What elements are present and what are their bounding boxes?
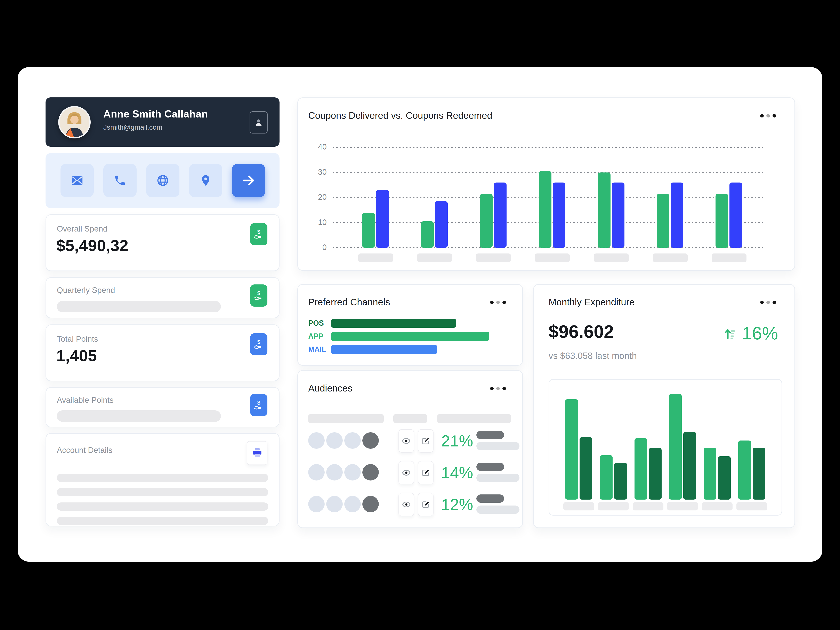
x-axis-placeholder <box>417 253 452 262</box>
coupons-bar-group <box>539 171 565 248</box>
contact-actions <box>46 153 279 208</box>
total-points-card: Total Points 1,405 $ <box>46 324 279 381</box>
audience-avatar-circle <box>344 496 361 512</box>
audience-percentage: 14% <box>441 463 473 482</box>
audience-avatar-circle <box>362 496 379 512</box>
y-axis-tick: 30 <box>302 168 327 177</box>
mail-icon <box>70 174 84 187</box>
monthly-x-placeholder <box>702 502 733 510</box>
printer-icon <box>251 447 263 459</box>
coupons-chart-title: Coupons Delivered vs. Coupons Redeemed <box>308 110 493 121</box>
print-button[interactable] <box>247 441 267 465</box>
coupons-bar-group <box>715 183 742 248</box>
monthly-compare-text: vs $63.058 last month <box>549 351 637 361</box>
overall-spend-label: Overall Spend <box>57 224 107 234</box>
bar-delivered <box>539 171 551 248</box>
go-button[interactable] <box>232 164 265 197</box>
audience-minibar-dark <box>477 494 504 503</box>
bar-redeemed <box>494 183 507 248</box>
dashboard-root: Anne Smith Callahan Jsmith@gmail.com <box>0 0 840 630</box>
monthly-x-placeholder <box>667 502 698 510</box>
audiences-header-placeholder <box>437 414 511 423</box>
website-button[interactable] <box>146 164 180 197</box>
view-audience-button[interactable] <box>398 429 414 453</box>
audience-avatar-circle <box>344 464 361 480</box>
edit-audience-button[interactable] <box>418 461 434 485</box>
monthly-bar-group <box>738 441 765 500</box>
eye-icon <box>402 468 411 477</box>
menu-dot <box>502 301 506 304</box>
menu-dot <box>772 301 776 304</box>
preferred-channels-title: Preferred Channels <box>308 297 390 308</box>
bar-current <box>704 448 716 500</box>
channel-row: MAIL <box>308 345 513 354</box>
svg-text:$: $ <box>257 339 260 345</box>
y-axis-tick: 20 <box>302 193 327 202</box>
contact-card-button[interactable] <box>249 111 268 134</box>
bar-delivered <box>657 194 669 248</box>
audiences-title: Audiences <box>308 383 352 394</box>
coupons-menu-button[interactable] <box>760 114 776 117</box>
bar-redeemed <box>435 201 448 248</box>
audiences-header-placeholder <box>393 414 427 423</box>
channel-label: APP <box>308 332 324 341</box>
coupons-bar-group <box>421 201 448 248</box>
audience-avatar-circle <box>326 432 343 449</box>
coupons-chart-card: Coupons Delivered vs. Coupons Redeemed 0… <box>297 98 795 271</box>
svg-text:$: $ <box>257 229 260 235</box>
monthly-bar-group <box>635 438 662 500</box>
coupons-bar-group <box>480 183 507 248</box>
account-line-placeholder <box>57 488 268 496</box>
account-line-placeholder <box>57 502 268 511</box>
overall-spend-value: $5,490,32 <box>57 236 129 255</box>
account-line-placeholder <box>57 517 268 525</box>
bar-delivered <box>362 213 375 248</box>
audiences-menu-button[interactable] <box>490 387 506 390</box>
menu-dot <box>772 114 776 117</box>
y-axis-tick: 0 <box>302 243 327 252</box>
bar-redeemed <box>553 183 565 248</box>
monthly-bar-group <box>600 455 627 500</box>
edit-audience-button[interactable] <box>418 429 434 453</box>
monthly-x-placeholder <box>563 502 594 510</box>
bar-redeemed <box>612 183 624 248</box>
view-audience-button[interactable] <box>398 461 414 485</box>
menu-dot <box>760 301 764 304</box>
location-button[interactable] <box>189 164 222 197</box>
eye-icon <box>402 500 411 509</box>
hand-holding-dollar-icon: $ <box>250 223 267 245</box>
quarterly-spend-card: Quarterly Spend $ <box>46 277 279 318</box>
bar-delivered <box>715 194 728 248</box>
monthly-expenditure-value: $96.602 <box>549 321 614 342</box>
view-audience-button[interactable] <box>398 493 414 516</box>
monthly-x-placeholder <box>633 502 663 510</box>
audience-avatar-circle <box>308 432 325 449</box>
globe-icon <box>156 174 169 187</box>
channels-menu-button[interactable] <box>490 301 506 304</box>
menu-dot <box>496 301 500 304</box>
edit-audience-button[interactable] <box>418 493 434 516</box>
x-axis-placeholder <box>476 253 511 262</box>
monthly-bar-group <box>669 394 696 500</box>
bar-current <box>738 441 751 500</box>
hand-holding-dollar-icon: $ <box>250 284 267 306</box>
email-button[interactable] <box>60 164 94 197</box>
audience-minibar-light <box>477 505 519 514</box>
bar-redeemed <box>671 183 683 248</box>
monthly-plot <box>549 379 782 516</box>
audience-minibar-dark <box>477 463 504 471</box>
monthly-delta: 16% <box>724 323 778 344</box>
bar-delivered <box>421 221 434 248</box>
audience-avatar-circle <box>308 464 325 480</box>
audience-percentage: 12% <box>441 495 473 514</box>
audience-avatar-circle <box>362 464 379 480</box>
monthly-menu-button[interactable] <box>760 301 776 304</box>
svg-text:$: $ <box>257 290 260 296</box>
edit-icon <box>421 436 430 445</box>
monthly-delta-value: 16% <box>742 323 778 344</box>
menu-dot <box>490 387 494 390</box>
avatar <box>58 106 91 139</box>
main-panel: Anne Smith Callahan Jsmith@gmail.com <box>17 67 823 562</box>
phone-button[interactable] <box>103 164 137 197</box>
bar-current <box>635 438 647 500</box>
